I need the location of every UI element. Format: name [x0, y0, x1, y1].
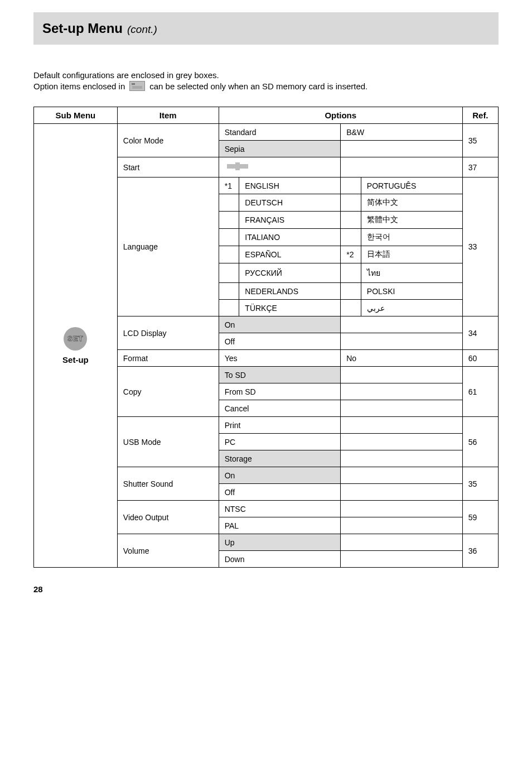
header-ref: Ref.	[462, 107, 498, 124]
opt-vol-up: Up	[219, 534, 341, 551]
item-sound: Shutter Sound	[117, 467, 219, 501]
opt-sound-on: On	[219, 467, 341, 484]
sd-card-icon	[129, 81, 145, 91]
opt-lcd-on: On	[219, 316, 341, 333]
set-icon: SET	[64, 327, 87, 351]
header-item: Item	[117, 107, 219, 124]
lang-portugues: PORTUGUÊS	[361, 177, 462, 194]
ref-copy: 61	[462, 367, 498, 417]
item-language: Language	[117, 177, 219, 316]
lang-deutsch: DEUTSCH	[239, 194, 341, 212]
opt-copy-cancel: Cancel	[219, 400, 341, 417]
ref-format: 60	[462, 350, 498, 367]
lang-arabic: عربي	[361, 300, 462, 316]
item-format: Format	[117, 350, 219, 367]
ref-video: 59	[462, 501, 498, 534]
submenu-cell: SET Set-up	[34, 124, 118, 568]
header-options: Options	[219, 107, 462, 124]
opt-sound-off: Off	[219, 484, 341, 501]
item-copy: Copy	[117, 367, 219, 417]
header-submenu: Sub Menu	[34, 107, 118, 124]
intro-text-line1: Default configurations are enclosed in g…	[33, 70, 499, 80]
ref-lcd: 34	[462, 316, 498, 350]
ref-color: 35	[462, 124, 498, 157]
settings-table: Sub Menu Item Options Ref. SET Set-up Co…	[33, 107, 499, 568]
opt-video-pal: PAL	[219, 517, 341, 534]
page-title-continued: (cont.)	[127, 23, 157, 36]
lang-mark-2: *2	[341, 246, 361, 263]
item-lcd: LCD Display	[117, 316, 219, 350]
opt-format-yes: Yes	[219, 350, 341, 367]
ref-start: 37	[462, 157, 498, 177]
item-usb: USB Mode	[117, 417, 219, 467]
ref-language: 33	[462, 177, 498, 316]
opt-sepia-default: Sepia	[219, 141, 341, 157]
page-title-bar: Set-up Menu (cont.)	[33, 12, 499, 45]
page-title: Set-up Menu	[42, 21, 123, 36]
opt-video-ntsc: NTSC	[219, 501, 341, 517]
lang-mark-1: *1	[219, 177, 239, 194]
lang-turkce: TÜRKÇE	[239, 300, 341, 316]
lang-korean: 한국어	[361, 229, 462, 246]
opt-vol-down: Down	[219, 551, 341, 568]
opt-copy-tosd: To SD	[219, 367, 341, 383]
item-color-mode: Color Mode	[117, 124, 219, 157]
ref-sound: 35	[462, 467, 498, 501]
ref-vol: 36	[462, 534, 498, 568]
opt-bw: B&W	[341, 124, 463, 141]
lang-espanol: ESPAÑOL	[239, 246, 341, 263]
lang-traditional-chinese: 繁體中文	[361, 212, 462, 229]
submenu-label: Set-up	[62, 355, 89, 364]
lang-polski: POLSKI	[361, 283, 462, 300]
lang-nederlands: NEDERLANDS	[239, 283, 341, 300]
page-number: 28	[33, 584, 499, 594]
item-start: Start	[117, 157, 219, 177]
lang-italiano: ITALIANO	[239, 229, 341, 246]
ref-usb: 56	[462, 417, 498, 467]
opt-lcd-off: Off	[219, 333, 341, 350]
lang-thai: ไทย	[361, 263, 462, 283]
opt-start-plus	[219, 157, 341, 177]
opt-format-no: No	[341, 350, 463, 367]
lang-english: ENGLISH	[239, 177, 341, 194]
intro-text-line2: Option items enclosed in can be selected…	[33, 81, 499, 91]
opt-usb-pc: PC	[219, 434, 341, 450]
lang-francais: FRANÇAIS	[239, 212, 341, 229]
item-video: Video Output	[117, 501, 219, 534]
lang-japanese: 日本語	[361, 246, 462, 263]
plus-icon	[225, 161, 250, 172]
opt-copy-fromsd: From SD	[219, 383, 341, 400]
item-volume: Volume	[117, 534, 219, 568]
lang-simplified-chinese: 简体中文	[361, 194, 462, 212]
opt-standard: Standard	[219, 124, 341, 141]
opt-usb-print: Print	[219, 417, 341, 434]
opt-usb-storage: Storage	[219, 450, 341, 467]
lang-russian: РУССКИЙ	[239, 263, 341, 283]
